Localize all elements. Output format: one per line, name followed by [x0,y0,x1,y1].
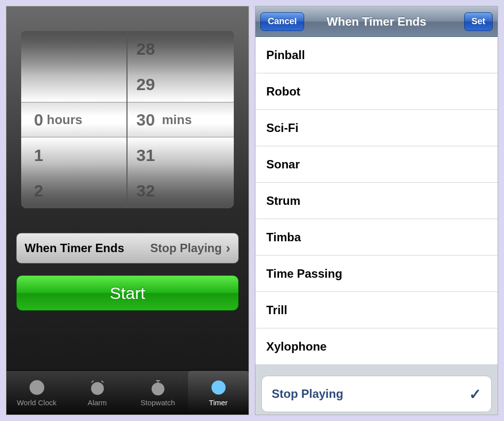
timer-icon [210,379,227,396]
when-timer-ends-label: When Timer Ends [25,241,124,255]
sound-option[interactable]: Timba [255,219,498,256]
minutes-option[interactable]: 28 [127,31,234,66]
stopwatch-icon [149,379,167,396]
when-timer-ends-row[interactable]: When Timer Ends Stop Playing › [16,233,239,263]
tab-label: Alarm [88,398,107,407]
tab-alarm[interactable]: Alarm [67,371,127,415]
timer-screen: 0 1 2 hours 28 29 30 31 32 mins [6,6,249,415]
tab-world-clock[interactable]: World Clock [6,371,67,415]
tab-bar: World Clock Alarm Stopwatch Timer [6,370,249,415]
cancel-button[interactable]: Cancel [260,12,304,31]
sound-option[interactable]: Pinball [255,37,498,73]
hours-option[interactable]: 2 [21,173,126,208]
alarm-clock-icon [89,379,106,396]
globe-icon [28,379,46,396]
nav-bar: Cancel When Timer Ends Set [255,6,498,37]
time-picker-area: 0 1 2 hours 28 29 30 31 32 mins [6,6,249,218]
hours-option[interactable] [21,66,126,102]
tab-label: World Clock [17,398,57,407]
sound-option[interactable]: Sci-Fi [255,110,498,146]
sound-option[interactable]: Strum [255,183,498,219]
hours-option[interactable] [21,31,126,66]
stop-playing-label: Stop Playing [272,387,343,401]
when-timer-ends-screen: Cancel When Timer Ends Set Pinball Robot… [255,6,498,415]
sound-option[interactable]: Trill [255,292,498,328]
minutes-option[interactable]: 31 [127,137,234,173]
sound-option[interactable]: Xylophone [255,328,498,365]
minutes-unit-label: mins [162,102,192,137]
sound-option[interactable]: Time Passing [255,256,498,292]
checkmark-icon: ✓ [469,386,481,403]
sound-option[interactable]: Robot [255,73,498,110]
stop-playing-option[interactable]: Stop Playing ✓ [262,376,491,412]
minutes-wheel[interactable]: 28 29 30 31 32 mins [127,31,234,208]
minutes-option[interactable]: 32 [127,173,234,208]
hours-unit-label: hours [47,102,82,137]
stop-playing-section: Stop Playing ✓ [261,376,492,412]
tab-label: Timer [209,398,228,407]
set-button[interactable]: Set [464,12,493,31]
hours-option[interactable]: 1 [21,137,126,173]
tab-label: Stopwatch [140,398,175,407]
tab-stopwatch[interactable]: Stopwatch [127,371,188,415]
time-picker[interactable]: 0 1 2 hours 28 29 30 31 32 mins [21,31,234,208]
minutes-option[interactable]: 29 [127,66,234,102]
start-button[interactable]: Start [16,275,239,311]
hours-wheel[interactable]: 0 1 2 hours [21,31,127,208]
when-timer-ends-value: Stop Playing › [150,240,230,256]
sound-option[interactable]: Sonar [255,146,498,183]
tab-timer[interactable]: Timer [188,371,249,415]
chevron-right-icon: › [226,240,230,256]
sound-list[interactable]: Pinball Robot Sci-Fi Sonar Strum Timba T… [255,37,498,365]
